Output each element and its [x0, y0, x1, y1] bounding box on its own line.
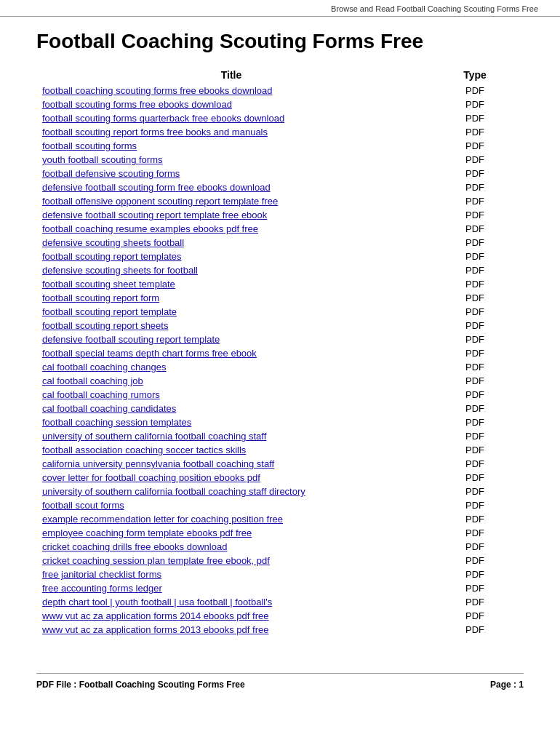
- result-link[interactable]: football coaching session templates: [42, 417, 191, 428]
- table-cell-type: PDF: [426, 443, 524, 457]
- result-link[interactable]: football scouting forms free ebooks down…: [42, 99, 232, 110]
- table-cell-type: PDF: [426, 277, 524, 291]
- result-link[interactable]: football scouting forms: [42, 140, 137, 151]
- table-cell-type: PDF: [426, 222, 524, 236]
- table-cell-title: football scout forms: [36, 498, 426, 512]
- table-cell-type: PDF: [426, 623, 524, 637]
- table-cell-title: football scouting report template: [36, 305, 426, 319]
- result-link[interactable]: football scout forms: [42, 500, 124, 511]
- result-link[interactable]: defensive scouting sheets football: [42, 237, 184, 248]
- table-cell-type: PDF: [426, 374, 524, 388]
- result-link[interactable]: football scouting report templates: [42, 251, 182, 262]
- result-link[interactable]: www vut ac za application forms 2013 ebo…: [42, 624, 268, 635]
- result-link[interactable]: football scouting report forms free book…: [42, 127, 268, 138]
- table-cell-title: depth chart tool | youth football | usa …: [36, 595, 426, 609]
- footer-right: Page : 1: [490, 680, 524, 690]
- result-link[interactable]: cal football coaching job: [42, 375, 143, 386]
- table-cell-title: football association coaching soccer tac…: [36, 443, 426, 457]
- result-link[interactable]: football association coaching soccer tac…: [42, 445, 246, 455]
- table-row: football special teams depth chart forms…: [36, 346, 524, 360]
- result-link[interactable]: www vut ac za application forms 2014 ebo…: [42, 610, 268, 621]
- result-link[interactable]: defensive scouting sheets for football: [42, 265, 198, 276]
- table-cell-type: PDF: [426, 153, 524, 167]
- table-cell-type: PDF: [426, 471, 524, 485]
- table-cell-title: youth football scouting forms: [36, 153, 426, 167]
- table-cell-type: PDF: [426, 139, 524, 153]
- result-link[interactable]: defensive football scouting form free eb…: [42, 182, 271, 193]
- table-row: football scouting formsPDF: [36, 139, 524, 153]
- table-cell-title: football coaching scouting forms free eb…: [36, 84, 426, 97]
- table-cell-title: employee coaching form template ebooks p…: [36, 526, 426, 540]
- table-cell-type: PDF: [426, 346, 524, 360]
- col-header-title: Title: [36, 66, 426, 84]
- table-cell-type: PDF: [426, 595, 524, 609]
- table-row: university of southern california footba…: [36, 485, 524, 498]
- result-link[interactable]: free accounting forms ledger: [42, 583, 162, 594]
- table-row: cal football coaching candidatesPDF: [36, 402, 524, 415]
- table-cell-title: football scouting report templates: [36, 250, 426, 263]
- table-cell-type: PDF: [426, 125, 524, 139]
- table-row: football scouting report templatePDF: [36, 305, 524, 319]
- table-cell-type: PDF: [426, 609, 524, 623]
- table-cell-type: PDF: [426, 567, 524, 581]
- result-link[interactable]: california university pennsylvania footb…: [42, 458, 274, 469]
- table-cell-title: university of southern california footba…: [36, 429, 426, 443]
- result-link[interactable]: cal football coaching rumors: [42, 389, 160, 400]
- results-table: Title Type football coaching scouting fo…: [36, 66, 524, 637]
- table-row: defensive scouting sheets for footballPD…: [36, 263, 524, 277]
- result-link[interactable]: football defensive scouting forms: [42, 168, 180, 179]
- result-link[interactable]: employee coaching form template ebooks p…: [42, 527, 252, 538]
- result-link[interactable]: football scouting report form: [42, 292, 159, 303]
- result-link[interactable]: football scouting sheet template: [42, 279, 175, 290]
- result-link[interactable]: cricket coaching drills free ebooks down…: [42, 541, 227, 552]
- table-cell-title: defensive scouting sheets football: [36, 236, 426, 250]
- table-row: free accounting forms ledgerPDF: [36, 581, 524, 595]
- table-row: football scout formsPDF: [36, 498, 524, 512]
- table-cell-title: example recommendation letter for coachi…: [36, 512, 426, 526]
- result-link[interactable]: defensive football scouting report templ…: [42, 334, 220, 345]
- table-row: free janitorial checklist formsPDF: [36, 567, 524, 581]
- result-link[interactable]: football scouting forms quarterback free…: [42, 113, 284, 124]
- result-link[interactable]: football scouting report template: [42, 306, 177, 317]
- table-row: cricket coaching drills free ebooks down…: [36, 540, 524, 554]
- table-row: football scouting forms quarterback free…: [36, 111, 524, 125]
- table-cell-type: PDF: [426, 97, 524, 111]
- table-row: defensive football scouting report templ…: [36, 208, 524, 222]
- table-cell-type: PDF: [426, 180, 524, 194]
- table-cell-title: defensive scouting sheets for football: [36, 263, 426, 277]
- result-link[interactable]: cricket coaching session plan template f…: [42, 555, 270, 566]
- result-link[interactable]: football coaching scouting forms free eb…: [42, 85, 273, 96]
- table-cell-type: PDF: [426, 291, 524, 305]
- result-link[interactable]: football coaching resume examples ebooks…: [42, 223, 258, 234]
- table-cell-title: football coaching resume examples ebooks…: [36, 222, 426, 236]
- result-link[interactable]: cover letter for football coaching posit…: [42, 472, 260, 483]
- footer-left: PDF File : Football Coaching Scouting Fo…: [36, 680, 245, 690]
- result-link[interactable]: football scouting report sheets: [42, 320, 168, 331]
- result-link[interactable]: depth chart tool | youth football | usa …: [42, 597, 272, 607]
- table-row: employee coaching form template ebooks p…: [36, 526, 524, 540]
- result-link[interactable]: cal football coaching changes: [42, 362, 167, 372]
- result-link[interactable]: cal football coaching candidates: [42, 403, 176, 414]
- table-cell-type: PDF: [426, 250, 524, 263]
- table-cell-title: football scouting sheet template: [36, 277, 426, 291]
- result-link[interactable]: football special teams depth chart forms…: [42, 348, 257, 359]
- result-link[interactable]: university of southern california footba…: [42, 486, 305, 497]
- table-cell-type: PDF: [426, 540, 524, 554]
- table-container: Title Type football coaching scouting fo…: [36, 66, 524, 637]
- result-link[interactable]: youth football scouting forms: [42, 154, 162, 165]
- table-cell-type: PDF: [426, 194, 524, 208]
- table-row: cal football coaching rumorsPDF: [36, 388, 524, 402]
- col-header-type: Type: [426, 66, 524, 84]
- table-row: www vut ac za application forms 2014 ebo…: [36, 609, 524, 623]
- result-link[interactable]: example recommendation letter for coachi…: [42, 514, 283, 525]
- result-link[interactable]: defensive football scouting report templ…: [42, 210, 267, 220]
- table-cell-type: PDF: [426, 498, 524, 512]
- table-cell-type: PDF: [426, 581, 524, 595]
- table-row: depth chart tool | youth football | usa …: [36, 595, 524, 609]
- result-link[interactable]: football offensive opponent scouting rep…: [42, 196, 278, 207]
- result-link[interactable]: university of southern california footba…: [42, 431, 266, 442]
- table-cell-title: football scouting report sheets: [36, 319, 426, 332]
- table-cell-type: PDF: [426, 415, 524, 429]
- table-row: university of southern california footba…: [36, 429, 524, 443]
- result-link[interactable]: free janitorial checklist forms: [42, 569, 161, 580]
